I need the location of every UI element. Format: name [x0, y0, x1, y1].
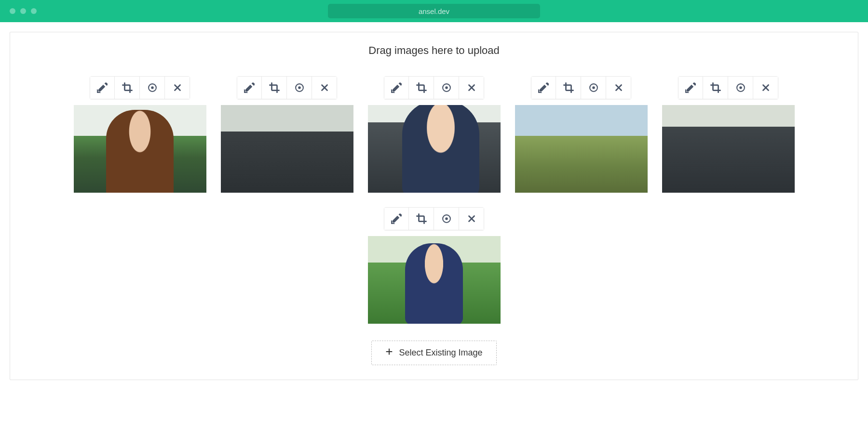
thumbnail-image[interactable] [662, 105, 795, 193]
thumbnail-toolbar [531, 76, 631, 99]
thumbnail-toolbar [678, 76, 778, 99]
delete-button[interactable] [165, 76, 190, 99]
thumbnail-image[interactable] [221, 105, 353, 193]
window-maximize-icon[interactable] [31, 8, 37, 14]
pencil-icon [391, 82, 402, 93]
delete-button[interactable] [753, 76, 778, 99]
crop-button[interactable] [556, 76, 581, 99]
crop-icon [269, 82, 280, 93]
edit-button[interactable] [384, 207, 409, 230]
delete-button[interactable] [606, 76, 631, 99]
thumbnail-toolbar [237, 76, 337, 99]
crop-button[interactable] [262, 76, 287, 99]
url-text: ansel.dev [419, 7, 449, 15]
thumbnail-toolbar [90, 76, 190, 99]
select-existing-wrap: Select Existing Image [29, 341, 839, 365]
crop-icon [416, 213, 427, 224]
edit-button[interactable] [531, 76, 556, 99]
thumbnail-card [368, 76, 501, 193]
select-existing-label: Select Existing Image [399, 348, 482, 358]
thumbnail-image[interactable] [515, 105, 648, 193]
window-close-icon[interactable] [10, 8, 15, 14]
window-minimize-icon[interactable] [20, 8, 26, 14]
pencil-icon [391, 213, 402, 224]
close-icon [319, 82, 330, 93]
focal-point-icon [147, 82, 158, 93]
edit-button[interactable] [90, 76, 115, 99]
thumbnail-card [221, 76, 353, 193]
focal-point-icon [588, 82, 599, 93]
focal-button[interactable] [434, 76, 459, 99]
focal-button[interactable] [581, 76, 606, 99]
close-icon [760, 82, 771, 93]
focal-point-icon [735, 82, 746, 93]
crop-button[interactable] [703, 76, 728, 99]
edit-button[interactable] [384, 76, 409, 99]
crop-icon [122, 82, 133, 93]
crop-button[interactable] [409, 207, 434, 230]
edit-button[interactable] [678, 76, 703, 99]
dropzone-heading: Drag images here to upload [29, 44, 839, 57]
thumbnail-card [74, 76, 206, 193]
edit-button[interactable] [237, 76, 262, 99]
delete-button[interactable] [312, 76, 337, 99]
delete-button[interactable] [459, 207, 484, 230]
focal-button[interactable] [287, 76, 312, 99]
browser-chrome: ansel.dev [0, 0, 868, 22]
thumbnail-card [662, 76, 795, 193]
pencil-icon [97, 82, 108, 93]
crop-icon [563, 82, 574, 93]
close-icon [613, 82, 624, 93]
focal-button[interactable] [140, 76, 165, 99]
thumbnail-toolbar [384, 76, 484, 99]
focal-point-icon [441, 213, 452, 224]
focal-button[interactable] [728, 76, 753, 99]
url-input[interactable]: ansel.dev [328, 4, 540, 18]
url-bar-wrapper: ansel.dev [37, 4, 831, 18]
focal-point-icon [294, 82, 305, 93]
focal-point-icon [441, 82, 452, 93]
window-controls [10, 8, 37, 14]
thumbnail-card [368, 207, 501, 324]
delete-button[interactable] [459, 76, 484, 99]
pencil-icon [538, 82, 549, 93]
thumbnail-card [515, 76, 648, 193]
focal-button[interactable] [434, 207, 459, 230]
upload-panel[interactable]: Drag images here to upload Select Existi… [10, 32, 858, 380]
close-icon [172, 82, 183, 93]
plus-icon [385, 348, 393, 358]
crop-button[interactable] [115, 76, 140, 99]
thumbnail-image[interactable] [368, 105, 501, 193]
thumbnail-image[interactable] [368, 236, 501, 324]
pencil-icon [244, 82, 255, 93]
thumbnail-grid [29, 76, 839, 324]
close-icon [466, 82, 477, 93]
crop-icon [710, 82, 721, 93]
close-icon [466, 213, 477, 224]
thumbnail-toolbar [384, 207, 484, 230]
pencil-icon [685, 82, 696, 93]
crop-icon [416, 82, 427, 93]
crop-button[interactable] [409, 76, 434, 99]
content-wrapper: Drag images here to upload Select Existi… [0, 22, 868, 390]
select-existing-button[interactable]: Select Existing Image [371, 341, 496, 365]
thumbnail-image[interactable] [74, 105, 206, 193]
